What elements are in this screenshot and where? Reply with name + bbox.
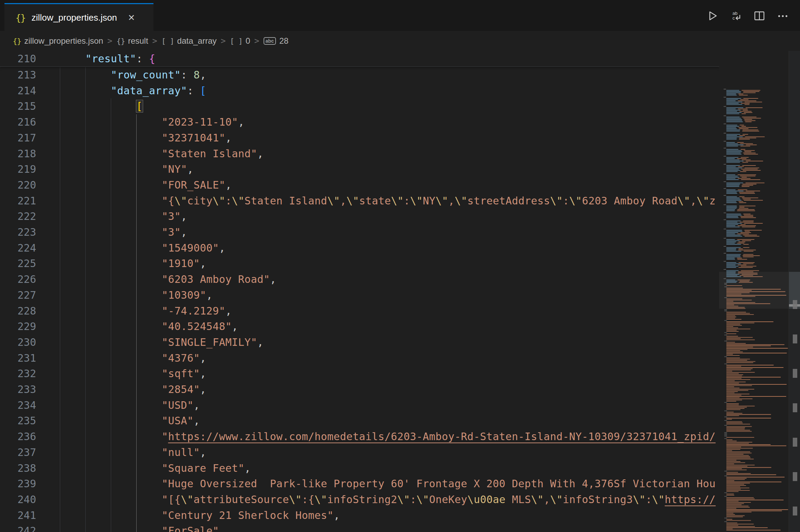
code-line-223[interactable]: "3", — [0, 224, 719, 240]
token-str: "SINGLE_FAMILY" — [162, 336, 257, 348]
token-str: state — [359, 195, 391, 207]
overview-ruler-mark — [793, 472, 797, 481]
overview-ruler-mark — [793, 369, 797, 378]
token-str: "{ — [162, 195, 174, 207]
code-line-219[interactable]: "NY", — [0, 161, 719, 177]
token-str: 6203 Amboy Road — [582, 195, 678, 207]
token-bmatch: [ — [136, 100, 143, 112]
code-line-224[interactable]: "1549000", — [0, 240, 719, 256]
minimap[interactable] — [719, 0, 789, 532]
braces-icon: {} — [13, 37, 21, 45]
code-line-242[interactable]: "ForSale" — [0, 523, 719, 532]
token-punc: , — [334, 509, 340, 521]
token-punc: , — [200, 383, 206, 395]
code-line-235[interactable]: "USA", — [0, 413, 719, 429]
code-line-215[interactable]: [ — [0, 98, 719, 114]
code-line-210[interactable]: "result": { — [0, 51, 719, 67]
code-line-241[interactable]: "Century 21 Sherlock Homes", — [0, 508, 719, 523]
token-esc: \" — [410, 195, 423, 207]
code-line-226[interactable]: "6203 Amboy Road", — [0, 272, 719, 287]
vertical-scrollbar[interactable] — [789, 51, 800, 532]
token-punc: : — [187, 85, 200, 97]
token-str: NY — [423, 195, 436, 207]
token-str: "Staten Island" — [162, 148, 257, 160]
code-line-228[interactable]: "-74.2129", — [0, 303, 719, 319]
breadcrumb-separator: > — [152, 36, 157, 46]
token-punc: , — [245, 462, 251, 474]
token-str: Staten Island — [245, 195, 328, 207]
code-line-225[interactable]: "1910", — [0, 256, 719, 272]
sticky-scroll-line[interactable]: 210"result": { — [0, 51, 719, 67]
code-line-232[interactable]: "sqft", — [0, 366, 719, 382]
code-line-213[interactable]: "row_count": 8, — [0, 67, 719, 83]
breadcrumb: {}zillow_properties.json>{}result>[ ]dat… — [0, 31, 800, 51]
token-esc: \" — [696, 195, 709, 207]
code-line-227[interactable]: "10309", — [0, 287, 719, 303]
token-punc: , — [194, 415, 200, 427]
code-line-217[interactable]: "32371041", — [0, 130, 719, 146]
token-punc: , — [194, 399, 200, 411]
code-line-220[interactable]: "FOR_SALE", — [0, 177, 719, 193]
code-line-221[interactable]: "{\"city\":\"Staten Island\",\"state\":\… — [0, 193, 719, 209]
token-str: : — [404, 195, 410, 207]
token-esc: \" — [346, 195, 359, 207]
token-str: "Square Feet" — [162, 462, 245, 474]
code-line-214[interactable]: "data_array": [ — [0, 83, 719, 99]
run-icon[interactable] — [706, 9, 719, 23]
token-punc: , — [257, 336, 264, 348]
editor[interactable]: 213"row_count": 8,214"data_array": [215[… — [0, 51, 719, 532]
code-line-229[interactable]: "40.524548", — [0, 319, 719, 334]
code-line-233[interactable]: "2854", — [0, 382, 719, 397]
breadcrumb-item-28[interactable]: abc28 — [264, 36, 289, 46]
code-line-237[interactable]: "null", — [0, 445, 719, 460]
overview-ruler-mark — [793, 507, 797, 515]
breadcrumb-item-zillow-properties-json[interactable]: {}zillow_properties.json — [13, 36, 103, 46]
token-esc: \" — [314, 493, 327, 506]
code-line-236[interactable]: "https://www.zillow.com/homedetails/6203… — [0, 429, 719, 445]
code-line-234[interactable]: "USD", — [0, 397, 719, 413]
token-str: , — [340, 195, 346, 207]
token-str: : — [225, 195, 232, 207]
tab-zillow-properties-json[interactable]: {} zillow_properties.json ✕ — [4, 3, 153, 31]
code-line-239[interactable]: "Huge Oversized Park-like Property 60' F… — [0, 476, 719, 492]
code-line-222[interactable]: "3", — [0, 209, 719, 224]
breadcrumb-item-data-array[interactable]: [ ]data_array — [161, 36, 217, 46]
token-esc: \" — [397, 493, 410, 506]
code-line-240[interactable]: "[{\"attributeSource\":{\"infoString2\":… — [0, 492, 719, 508]
code-line-218[interactable]: "Staten Island", — [0, 146, 719, 162]
token-str: "sqft" — [162, 368, 200, 380]
token-str: MLS — [505, 493, 531, 506]
token-esc: \" — [531, 493, 544, 506]
code-line-230[interactable]: "SINGLE_FAMILY", — [0, 334, 719, 350]
token-str: "USA" — [162, 415, 194, 427]
token-bmagenta: { — [149, 53, 156, 65]
token-esc: \u00ae — [467, 493, 505, 506]
breadcrumb-item-0[interactable]: [ ]0 — [230, 36, 250, 46]
token-punc: , — [238, 116, 245, 128]
code-line-231[interactable]: "4376", — [0, 350, 719, 366]
overview-ruler-mark — [793, 334, 797, 343]
token-str: "40.524548" — [162, 320, 232, 332]
braces-icon: {} — [116, 37, 125, 45]
token-key: "row_count" — [111, 69, 181, 81]
overview-ruler-mark — [793, 403, 797, 412]
code-line-216[interactable]: "2023-11-10", — [0, 114, 719, 130]
token-str: , — [690, 195, 697, 207]
string-type-icon: abc — [264, 37, 276, 45]
code-line-238[interactable]: "Square Feet", — [0, 460, 719, 476]
token-punc: , — [200, 368, 206, 380]
token-esc: \" — [181, 493, 194, 506]
brackets-icon: [ ] — [161, 37, 174, 45]
token-str: "Century 21 Sherlock Homes" — [162, 509, 334, 521]
token-punc: : — [181, 69, 194, 81]
breadcrumb-item-result[interactable]: {}result — [116, 36, 148, 46]
token-str: "1910" — [162, 257, 200, 269]
tab-close-icon[interactable]: ✕ — [125, 11, 138, 24]
token-str: "Huge Oversized Park-like Property 60' F… — [162, 478, 716, 490]
token-str: " — [162, 430, 168, 443]
token-esc: \" — [174, 195, 187, 207]
token-esc: \" — [436, 195, 448, 207]
token-esc: \" — [327, 195, 340, 207]
token-str: OneKey — [429, 493, 467, 506]
overview-ruler-mark — [793, 300, 797, 309]
